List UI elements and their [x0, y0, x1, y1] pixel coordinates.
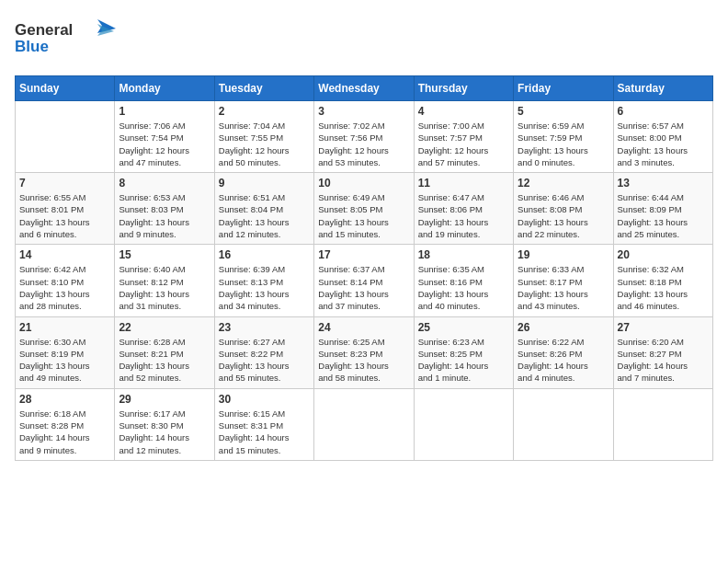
calendar-cell: 21Sunrise: 6:30 AM Sunset: 8:19 PM Dayli…	[16, 316, 115, 388]
day-info: Sunrise: 7:04 AM Sunset: 7:55 PM Dayligh…	[219, 120, 310, 168]
day-info: Sunrise: 6:27 AM Sunset: 8:22 PM Dayligh…	[219, 336, 310, 385]
day-info: Sunrise: 6:51 AM Sunset: 8:04 PM Dayligh…	[219, 191, 310, 240]
day-number: 23	[219, 321, 310, 334]
calendar-cell: 11Sunrise: 6:47 AM Sunset: 8:06 PM Dayli…	[414, 173, 513, 245]
calendar-cell: 28Sunrise: 6:18 AM Sunset: 8:28 PM Dayli…	[16, 388, 115, 460]
day-number: 11	[418, 177, 509, 190]
day-header-thursday: Thursday	[414, 76, 513, 101]
day-number: 20	[618, 248, 709, 261]
day-info: Sunrise: 6:49 AM Sunset: 8:05 PM Dayligh…	[318, 191, 409, 240]
day-number: 18	[418, 248, 509, 261]
day-number: 21	[19, 321, 110, 334]
day-number: 7	[19, 177, 110, 190]
day-info: Sunrise: 6:57 AM Sunset: 8:00 PM Dayligh…	[618, 120, 709, 168]
day-header-monday: Monday	[115, 76, 214, 101]
day-info: Sunrise: 6:53 AM Sunset: 8:03 PM Dayligh…	[119, 191, 210, 240]
day-info: Sunrise: 6:23 AM Sunset: 8:25 PM Dayligh…	[418, 336, 509, 385]
week-row-4: 21Sunrise: 6:30 AM Sunset: 8:19 PM Dayli…	[16, 316, 713, 388]
day-number: 12	[518, 177, 609, 190]
day-number: 22	[119, 321, 210, 334]
calendar-cell: 4Sunrise: 7:00 AM Sunset: 7:57 PM Daylig…	[414, 101, 513, 173]
day-header-sunday: Sunday	[16, 76, 115, 101]
day-info: Sunrise: 6:59 AM Sunset: 7:59 PM Dayligh…	[518, 120, 609, 168]
day-info: Sunrise: 7:06 AM Sunset: 7:54 PM Dayligh…	[119, 120, 210, 168]
day-info: Sunrise: 6:46 AM Sunset: 8:08 PM Dayligh…	[518, 191, 609, 240]
day-info: Sunrise: 6:39 AM Sunset: 8:13 PM Dayligh…	[219, 263, 310, 312]
day-header-wednesday: Wednesday	[314, 76, 414, 101]
svg-text:General: General	[15, 21, 73, 39]
day-info: Sunrise: 7:02 AM Sunset: 7:56 PM Dayligh…	[318, 120, 409, 168]
calendar-cell: 19Sunrise: 6:33 AM Sunset: 8:17 PM Dayli…	[514, 245, 613, 316]
calendar-cell: 15Sunrise: 6:40 AM Sunset: 8:12 PM Dayli…	[115, 245, 214, 316]
calendar-cell: 9Sunrise: 6:51 AM Sunset: 8:04 PM Daylig…	[214, 173, 313, 245]
day-number: 2	[219, 105, 310, 118]
day-info: Sunrise: 6:44 AM Sunset: 8:09 PM Dayligh…	[618, 191, 709, 240]
day-number: 3	[318, 105, 409, 118]
day-number: 4	[418, 105, 509, 118]
day-number: 1	[119, 105, 210, 118]
header-row: SundayMondayTuesdayWednesdayThursdayFrid…	[16, 76, 713, 101]
week-row-3: 14Sunrise: 6:42 AM Sunset: 8:10 PM Dayli…	[16, 245, 713, 316]
day-info: Sunrise: 6:18 AM Sunset: 8:28 PM Dayligh…	[19, 408, 110, 456]
calendar-cell	[414, 388, 513, 460]
page-header: General Blue	[15, 15, 713, 64]
day-info: Sunrise: 7:00 AM Sunset: 7:57 PM Dayligh…	[418, 120, 509, 168]
calendar-cell: 5Sunrise: 6:59 AM Sunset: 7:59 PM Daylig…	[514, 101, 613, 173]
calendar-cell	[314, 388, 414, 460]
day-number: 9	[219, 177, 310, 190]
calendar-cell: 17Sunrise: 6:37 AM Sunset: 8:14 PM Dayli…	[314, 245, 414, 316]
calendar-cell: 23Sunrise: 6:27 AM Sunset: 8:22 PM Dayli…	[214, 316, 313, 388]
day-info: Sunrise: 6:55 AM Sunset: 8:01 PM Dayligh…	[19, 191, 110, 240]
calendar-table: SundayMondayTuesdayWednesdayThursdayFrid…	[15, 75, 713, 461]
day-header-friday: Friday	[514, 76, 613, 101]
calendar-cell: 8Sunrise: 6:53 AM Sunset: 8:03 PM Daylig…	[115, 173, 214, 245]
day-number: 8	[119, 177, 210, 190]
day-number: 14	[19, 248, 110, 261]
calendar-cell: 27Sunrise: 6:20 AM Sunset: 8:27 PM Dayli…	[613, 316, 712, 388]
calendar-cell: 26Sunrise: 6:22 AM Sunset: 8:26 PM Dayli…	[514, 316, 613, 388]
calendar-cell: 24Sunrise: 6:25 AM Sunset: 8:23 PM Dayli…	[314, 316, 414, 388]
day-number: 5	[518, 105, 609, 118]
calendar-cell: 25Sunrise: 6:23 AM Sunset: 8:25 PM Dayli…	[414, 316, 513, 388]
day-number: 16	[219, 248, 310, 261]
day-number: 19	[518, 248, 609, 261]
day-number: 24	[318, 321, 409, 334]
calendar-cell: 16Sunrise: 6:39 AM Sunset: 8:13 PM Dayli…	[214, 245, 313, 316]
calendar-cell	[613, 388, 712, 460]
calendar-cell: 22Sunrise: 6:28 AM Sunset: 8:21 PM Dayli…	[115, 316, 214, 388]
day-number: 26	[518, 321, 609, 334]
day-info: Sunrise: 6:37 AM Sunset: 8:14 PM Dayligh…	[318, 263, 409, 312]
calendar-cell	[16, 101, 115, 173]
svg-text:Blue: Blue	[15, 38, 49, 55]
day-number: 6	[618, 105, 709, 118]
day-info: Sunrise: 6:30 AM Sunset: 8:19 PM Dayligh…	[19, 336, 110, 385]
day-info: Sunrise: 6:40 AM Sunset: 8:12 PM Dayligh…	[119, 263, 210, 312]
day-number: 30	[219, 393, 310, 406]
day-info: Sunrise: 6:17 AM Sunset: 8:30 PM Dayligh…	[119, 408, 210, 456]
day-header-tuesday: Tuesday	[214, 76, 313, 101]
calendar-cell: 12Sunrise: 6:46 AM Sunset: 8:08 PM Dayli…	[514, 173, 613, 245]
day-number: 25	[418, 321, 509, 334]
calendar-cell: 18Sunrise: 6:35 AM Sunset: 8:16 PM Dayli…	[414, 245, 513, 316]
day-number: 28	[19, 393, 110, 406]
calendar-cell: 14Sunrise: 6:42 AM Sunset: 8:10 PM Dayli…	[16, 245, 115, 316]
day-number: 27	[618, 321, 709, 334]
day-header-saturday: Saturday	[613, 76, 712, 101]
day-info: Sunrise: 6:35 AM Sunset: 8:16 PM Dayligh…	[418, 263, 509, 312]
day-info: Sunrise: 6:28 AM Sunset: 8:21 PM Dayligh…	[119, 336, 210, 385]
day-number: 10	[318, 177, 409, 190]
calendar-cell: 10Sunrise: 6:49 AM Sunset: 8:05 PM Dayli…	[314, 173, 414, 245]
calendar-cell: 7Sunrise: 6:55 AM Sunset: 8:01 PM Daylig…	[16, 173, 115, 245]
logo: General Blue	[15, 15, 116, 64]
day-info: Sunrise: 6:47 AM Sunset: 8:06 PM Dayligh…	[418, 191, 509, 240]
day-number: 17	[318, 248, 409, 261]
logo-block: General Blue	[15, 15, 116, 64]
week-row-2: 7Sunrise: 6:55 AM Sunset: 8:01 PM Daylig…	[16, 173, 713, 245]
day-number: 13	[618, 177, 709, 190]
calendar-cell: 6Sunrise: 6:57 AM Sunset: 8:00 PM Daylig…	[613, 101, 712, 173]
day-info: Sunrise: 6:25 AM Sunset: 8:23 PM Dayligh…	[318, 336, 409, 385]
calendar-cell: 29Sunrise: 6:17 AM Sunset: 8:30 PM Dayli…	[115, 388, 214, 460]
calendar-cell: 3Sunrise: 7:02 AM Sunset: 7:56 PM Daylig…	[314, 101, 414, 173]
day-info: Sunrise: 6:20 AM Sunset: 8:27 PM Dayligh…	[618, 336, 709, 385]
calendar-cell: 2Sunrise: 7:04 AM Sunset: 7:55 PM Daylig…	[214, 101, 313, 173]
